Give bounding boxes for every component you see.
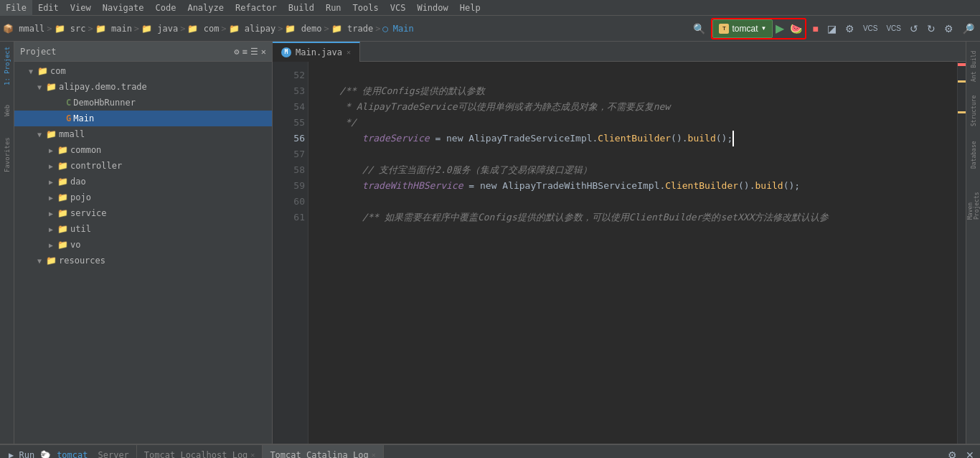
close-panel-icon[interactable]: ✕ [261, 47, 266, 57]
tree-label: pojo [70, 192, 91, 202]
editor-tab-main[interactable]: M Main.java ✕ [273, 42, 360, 62]
redo-button[interactable]: ↻ [924, 22, 938, 36]
code-editor[interactable]: 52 53 54 55 56 57 58 59 60 61 /** 使用Conf… [273, 62, 966, 444]
run-config-container: T tomcat ▼ ▶ 🍉 [711, 18, 806, 39]
toolbar-search-btn[interactable]: 🔍 [690, 22, 708, 36]
menu-window[interactable]: Window [411, 0, 453, 16]
folder-icon: 📁 [57, 224, 68, 234]
tree-item-vo[interactable]: ▶ 📁 vo [14, 237, 272, 253]
bc-src[interactable]: 📁 src [55, 24, 86, 34]
tree-item-main[interactable]: G Main [14, 111, 272, 126]
run-button[interactable]: ▶ [773, 20, 787, 37]
folder-icon: 📁 [57, 240, 68, 250]
menu-refactor[interactable]: Refactor [230, 0, 283, 16]
error-stripe [958, 63, 966, 66]
debug-button[interactable]: 🍉 [787, 22, 805, 36]
tree-label: util [70, 224, 91, 234]
bottom-tab-catalina-close[interactable]: ✕ [372, 451, 376, 458]
tree-item-alipay[interactable]: ▼ 📁 alipay.demo.trade [14, 79, 272, 95]
menu-edit[interactable]: Edit [32, 0, 65, 16]
menu-tools[interactable]: Tools [347, 0, 385, 16]
undo-button[interactable]: ↺ [907, 22, 921, 36]
sidebar-tab-ant-build[interactable]: Ant Build [967, 45, 980, 88]
run-tomcat-label[interactable]: tomcat [54, 450, 90, 459]
menu-code[interactable]: Code [150, 0, 182, 16]
tree-label: mmall [59, 129, 85, 139]
left-sidebar: 1: Project Web Favorites [0, 42, 14, 444]
right-sidebar: Ant Build Structure Database Maven Proje… [966, 42, 980, 444]
bottom-settings-btn[interactable]: ⚙ [945, 448, 960, 459]
expand-arrow: ▼ [37, 257, 46, 265]
bottom-tab-server-label: Server [98, 450, 128, 459]
project-panel-title: Project [20, 47, 57, 57]
run-config-dropdown-icon: ▼ [760, 25, 766, 32]
menu-run[interactable]: Run [320, 0, 347, 16]
sidebar-tab-structure[interactable]: Structure [967, 89, 980, 132]
menu-file[interactable]: File [0, 0, 32, 16]
tree-item-resources[interactable]: ▼ 📁 resources [14, 253, 272, 268]
bottom-tab-server[interactable]: Server [90, 445, 136, 459]
tree-item-com[interactable]: ▼ 📁 com [14, 63, 272, 79]
run-config-label: tomcat [732, 24, 758, 34]
bc-com[interactable]: 📁 com [187, 24, 219, 34]
coverage-button[interactable]: ◪ [824, 22, 839, 36]
tree-item-mmall[interactable]: ▼ 📁 mmall [14, 126, 272, 142]
bottom-tab-catalina-log[interactable]: Tomcat Catalina Log ✕ [263, 445, 383, 459]
profile-button[interactable]: ⚙ [842, 22, 857, 36]
tree-item-service[interactable]: ▶ 📁 service [14, 205, 272, 221]
sidebar-tab-favorites[interactable]: Favorites [1, 134, 14, 177]
gear-icon[interactable]: ⚙ [234, 47, 239, 57]
bc-main[interactable]: 📁 main [95, 24, 132, 34]
sidebar-tab-web[interactable]: Web [1, 89, 14, 132]
run-config-button[interactable]: T tomcat ▼ [712, 19, 773, 38]
bottom-panel: ▶ Run 🐑 tomcat Server Tomcat Localhost L… [0, 444, 980, 458]
tree-item-dao[interactable]: ▶ 📁 dao [14, 174, 272, 190]
vcs1-button[interactable]: VCS [860, 23, 881, 34]
bottom-tab-localhost-log[interactable]: Tomcat Localhost Log ✕ [137, 445, 263, 459]
bc-java[interactable]: 📁 java [141, 24, 178, 34]
sidebar-tab-database[interactable]: Database [967, 134, 980, 177]
menu-build[interactable]: Build [283, 0, 320, 16]
tree-label: com [50, 66, 66, 76]
expand-arrow: ▶ [49, 162, 57, 170]
menu-navigate[interactable]: Navigate [97, 0, 150, 16]
bc-mmall[interactable]: 📦 mmall [3, 24, 44, 34]
bottom-tab-localhost-close[interactable]: ✕ [250, 451, 255, 458]
sidebar-tab-maven[interactable]: Maven Projects [967, 178, 980, 221]
folder-icon: 📁 [46, 256, 57, 266]
vcs2-button[interactable]: VCS [883, 23, 904, 34]
settings-button[interactable]: ⚙ [941, 22, 956, 36]
bottom-close-btn[interactable]: ✕ [963, 448, 977, 459]
expand-arrow: ▶ [49, 178, 57, 186]
tree-item-common[interactable]: ▶ 📁 common [14, 142, 272, 158]
tree-item-demohbrunner[interactable]: C DemoHbRunner [14, 95, 272, 111]
menu-analyze[interactable]: Analyze [182, 0, 230, 16]
layout-icon[interactable]: ≡ [242, 47, 248, 57]
tree-item-pojo[interactable]: ▶ 📁 pojo [14, 190, 272, 205]
panel-header-icons: ⚙ ≡ ☰ ✕ [234, 47, 266, 57]
menu-vcs[interactable]: VCS [385, 0, 412, 16]
code-content[interactable]: /** 使用Configs提供的默认参数 * AlipayTradeServic… [308, 62, 957, 444]
bc-trade[interactable]: 📁 trade [331, 24, 373, 34]
expand-arrow: ▼ [37, 83, 46, 91]
editor-area: M Main.java ✕ 52 53 54 55 56 57 58 59 60… [273, 42, 966, 444]
bc-main-java[interactable]: ◯ Main [382, 24, 413, 34]
sidebar-tab-project[interactable]: 1: Project [1, 45, 14, 88]
menu-help[interactable]: Help [454, 0, 486, 16]
tree-label: alipay.demo.trade [59, 82, 147, 92]
folder-icon: 📁 [57, 192, 68, 202]
stop-button[interactable]: ■ [809, 22, 821, 36]
code-line-61: /** 如果需要在程序中覆盖Configs提供的默认参数，可以使用ClientB… [317, 210, 948, 225]
code-line-55: */ [317, 115, 948, 131]
menu-view[interactable]: View [65, 0, 97, 16]
search2-button[interactable]: 🔎 [959, 22, 977, 36]
settings-icon[interactable]: ☰ [250, 47, 258, 57]
code-line-60 [317, 194, 948, 210]
tree-item-controller[interactable]: ▶ 📁 controller [14, 158, 272, 174]
tree-item-util[interactable]: ▶ 📁 util [14, 221, 272, 237]
breadcrumb: 📦 mmall > 📁 src > 📁 main > 📁 java > 📁 co… [3, 24, 414, 34]
run-label[interactable]: ▶ Run [3, 450, 40, 459]
bc-alipay[interactable]: 📁 alipay [229, 24, 276, 34]
editor-tab-close[interactable]: ✕ [347, 48, 351, 56]
bc-demo[interactable]: 📁 demo [285, 24, 321, 34]
